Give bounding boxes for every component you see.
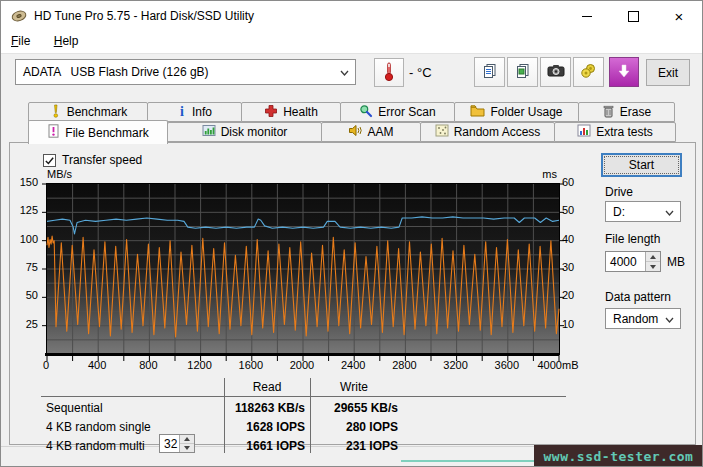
drive-dropdown-value: D: [606,205,665,219]
axis-tick-label: 50 [26,289,38,301]
queue-depth-stepper[interactable]: 32 [159,434,195,453]
camera-icon [547,64,565,81]
screenshot-button[interactable] [540,57,571,87]
row-label-sequential: Sequential [46,401,103,415]
axis-tick-label: 1200 [177,359,223,371]
right-axis-ticks: 605040302010 [562,183,592,353]
app-window: HD Tune Pro 5.75 - Hard Disk/SSD Utility… [0,0,703,467]
magnifier-icon [359,104,373,121]
info-icon: i [177,104,187,121]
maximize-icon [628,11,639,22]
window-title: HD Tune Pro 5.75 - Hard Disk/SSD Utility [34,9,254,23]
drive-selector-value: ADATA USB Flash Drive (126 gB) [16,65,340,79]
options-button[interactable] [573,57,604,87]
minimize-button[interactable] [564,1,610,31]
copy-image-icon [515,63,531,82]
chart-canvas [47,184,559,354]
left-axis-ticks: 150125100755025 [1,183,42,353]
tab-extra-tests[interactable]: Extra tests [554,122,676,142]
stepper-up-icon[interactable] [180,435,194,444]
start-button[interactable]: Start [601,153,682,177]
chart-x-axis-band [45,353,559,356]
row-label-random-single: 4 KB random single [46,420,151,434]
tab-error-scan[interactable]: Error Scan [340,102,455,122]
download-arrow-icon [616,63,632,82]
menu-file[interactable]: File [1,31,40,48]
axis-tick-label: 75 [26,261,38,273]
tab-erase[interactable]: Erase [578,102,675,122]
chevron-down-icon [340,65,349,79]
watermark-underline [401,460,534,462]
svg-text:i: i [180,104,184,118]
axis-tick-label: 1600 [228,359,274,371]
file-length-label: File length [605,232,660,246]
tab-row-1: Benchmark i Info Health Error Scan Folde… [29,102,675,122]
tab-health[interactable]: Health [241,102,341,122]
tab-folder-usage[interactable]: Folder Usage [454,102,579,122]
file-length-value: 4000 [606,252,645,271]
axis-tick-label: 40 [562,233,574,245]
random-single-write-value: 280 IOPS [310,420,398,434]
axis-tick-label: 20 [562,289,574,301]
tab-benchmark[interactable]: Benchmark [28,102,148,122]
disk-monitor-icon [202,124,216,140]
stepper-arrows[interactable] [645,252,660,271]
close-icon: × [675,9,684,24]
random-multi-read-value: 1661 IOPS [224,439,305,453]
checkmark-icon [44,155,55,166]
watermark: www.ssd-tester.com [534,445,703,467]
file-length-unit: MB [667,255,685,269]
tab-label: Error Scan [378,105,435,119]
maximize-button[interactable] [610,1,656,31]
scatter-dots-icon [435,124,449,140]
speaker-icon [348,124,362,140]
copy-image-button[interactable] [507,57,538,87]
chevron-down-icon [665,205,674,219]
save-screenshot-button[interactable] [609,57,639,87]
random-multi-write-value: 231 IOPS [310,439,398,453]
tab-random-access[interactable]: Random Access [420,122,555,142]
axis-tick-label: 400 [74,359,120,371]
column-header-read: Read [224,380,310,394]
axis-tick-label: 150 [20,176,38,188]
x-axis-ticks: 040080012001600200024002800320036004000m… [46,359,558,373]
bar-chart-icon [577,124,591,140]
watermark-text: www.ssd-tester.com [544,449,694,464]
copy-text-icon [482,63,498,82]
sequential-write-value: 29655 KB/s [310,401,398,415]
drive-selector[interactable]: ADATA USB Flash Drive (126 gB) [15,59,356,85]
transfer-speed-label: Transfer speed [62,153,142,167]
axis-tick-label: 60 [562,176,574,188]
file-benchmark-icon [47,124,60,141]
tab-label: Erase [620,105,651,119]
close-button[interactable]: × [656,1,702,31]
tab-label: Extra tests [596,125,653,139]
stepper-up-icon[interactable] [646,252,660,262]
axis-tick-label: 125 [20,204,38,216]
data-pattern-dropdown[interactable]: Random [605,308,681,329]
stepper-down-icon[interactable] [646,262,660,271]
tab-label: Info [192,105,212,119]
temperature-value: - °C [409,65,432,80]
stepper-down-icon[interactable] [180,444,194,452]
axis-tick-label: 3200 [433,359,479,371]
tab-row-2: File Benchmark Disk monitor AAM Random A… [29,122,676,142]
tab-file-benchmark[interactable]: File Benchmark [28,120,168,144]
file-length-stepper[interactable]: 4000 [605,251,661,272]
copy-text-button[interactable] [474,57,505,87]
exit-button[interactable]: Exit [646,59,690,86]
axis-tick-label: 25 [26,318,38,330]
random-single-read-value: 1628 IOPS [224,420,305,434]
drive-label: Drive [605,185,633,199]
drive-dropdown[interactable]: D: [605,201,681,222]
temperature-button[interactable] [374,58,404,87]
axis-tick-label: 800 [125,359,171,371]
axis-tick-label: 50 [562,204,574,216]
tab-disk-monitor[interactable]: Disk monitor [167,122,322,142]
menu-help[interactable]: Help [44,31,89,48]
transfer-speed-checkbox[interactable] [43,154,56,167]
axis-tick-label: 0 [23,359,69,371]
stepper-arrows[interactable] [179,435,194,452]
tab-info[interactable]: i Info [147,102,242,122]
tab-aam[interactable]: AAM [321,122,421,142]
